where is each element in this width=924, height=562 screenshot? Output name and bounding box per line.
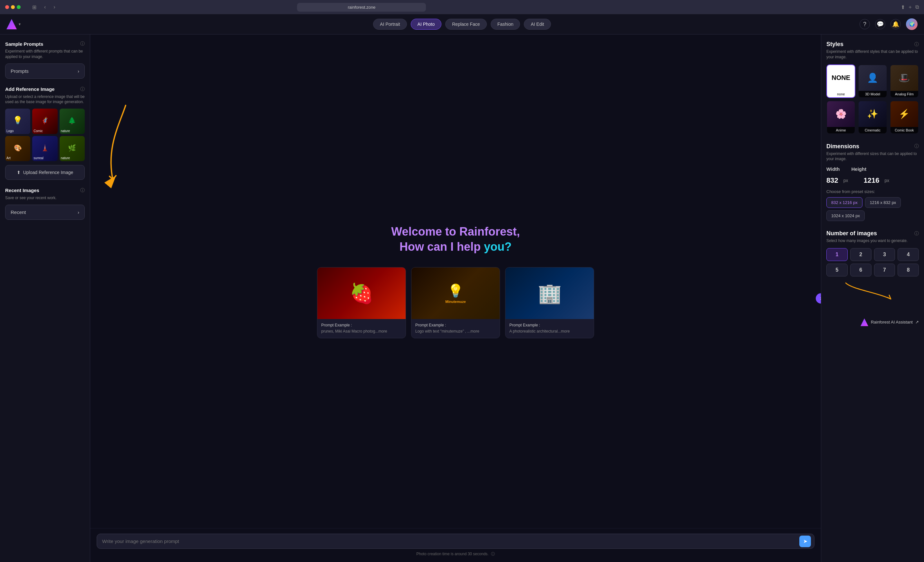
style-cinematic-image: ✨ [859,101,886,127]
preset-832x1216[interactable]: 832 x 1216 px [826,197,862,208]
num-btn-8[interactable]: 8 [898,264,919,276]
style-item-none[interactable]: NONE none [826,65,855,98]
prompt-card-berry[interactable]: 🍓 Prompt Example : prunes, Miki Asai Mac… [317,267,406,338]
sidebar-right: Styles ⓘ Experiment with different style… [821,35,924,562]
topnav: ▾ AI Portrait AI Photo Replace Face Fash… [0,14,924,35]
minimize-dot[interactable] [11,5,15,9]
welcome-area: Welcome to Rainforest, How can I help yo… [90,35,821,528]
maximize-dot[interactable] [17,5,21,9]
ref-image-art[interactable]: Art [5,136,30,161]
style-analog-label: Analog Film [891,91,918,97]
back-btn[interactable]: ‹ [42,3,48,12]
styles-title: Styles [826,41,843,48]
window-controls [5,5,21,9]
sidebar-toggle-btn[interactable]: ⊞ [30,3,39,12]
logo-chevron: ▾ [19,22,21,26]
welcome-title: Welcome to Rainforest, How can I help yo… [391,224,520,255]
prompt-card-bulb[interactable]: 💡 Minutemuze Prompt Example : Logo with … [411,267,500,338]
dimensions-desc: Experiment with different sizes that can… [826,151,919,162]
dimensions-values-row: 832 px 1216 px [826,176,919,185]
recent-button[interactable]: Recent › [5,204,85,220]
style-none-image: NONE [827,65,855,91]
dimensions-row: Width Height [826,166,919,172]
upload-icon: ⬆ [17,170,21,175]
sample-prompts-info[interactable]: ⓘ [80,41,85,47]
forward-btn[interactable]: › [51,3,58,12]
num-btn-6[interactable]: 6 [850,264,872,276]
prompt-card-house-image: 🏢 [506,267,594,319]
add-reference-header: Add Reference Image ⓘ [5,86,85,92]
tab-replace-face[interactable]: Replace Face [445,19,486,30]
num-btn-5[interactable]: 5 [826,264,848,276]
styles-info[interactable]: ⓘ [914,42,919,47]
preset-1216x832[interactable]: 1216 x 832 px [865,197,901,208]
url-bar[interactable] [297,3,426,12]
share-btn[interactable]: ⬆ [901,4,905,11]
prompt-input[interactable] [102,538,795,544]
num-images-section: Number of images ⓘ Select how many image… [826,230,919,307]
nav-buttons: ⊞ ‹ › [30,3,58,12]
num-btn-4[interactable]: 4 [898,248,919,261]
dimensions-title: Dimensions [826,143,859,150]
ref-image-nature2-label: nature [61,156,70,160]
ref-image-nature2[interactable]: nature [60,136,85,161]
welcome-purple-text: Welcome to Rainforest, [391,225,520,238]
ai-assistant[interactable]: Rainforest AI Assistant ↗ [826,316,919,326]
num-btn-3[interactable]: 3 [874,248,896,261]
recent-images-info[interactable]: ⓘ [80,188,85,193]
num-btn-2[interactable]: 2 [850,248,872,261]
chat-btn[interactable]: 💬 [875,19,885,29]
preset-1024x1024[interactable]: 1024 x 1024 px [826,210,865,221]
user-avatar[interactable]: 🌍 [906,18,918,30]
recent-button-label: Recent [10,209,26,215]
prompt-card-bulb-image: 💡 Minutemuze [411,267,500,319]
style-item-3d[interactable]: 👤 3D Model [858,65,887,98]
style-item-anime[interactable]: 🌸 Anime [826,101,855,134]
width-value: 832 [826,176,838,185]
prompts-button[interactable]: Prompts › [5,63,85,79]
style-comic-image: ⚡ [891,101,918,127]
tab-fashion[interactable]: Fashion [490,19,520,30]
logo-icon [6,19,17,29]
time-info-icon[interactable]: ⓘ [491,552,495,556]
ref-image-logo[interactable]: Logo [5,108,30,134]
prompt-submit-button[interactable]: ➤ [800,536,811,547]
welcome-cyan-text: you? [484,240,512,253]
ref-image-art-bg: Art [5,136,30,161]
add-reference-info[interactable]: ⓘ [80,86,85,92]
preset-sizes: 832 x 1216 px 1216 x 832 px 1024 x 1024 … [826,197,919,221]
upload-reference-button[interactable]: ⬆ Upload Reference Image [5,165,85,180]
num-btn-7[interactable]: 7 [874,264,896,276]
preset-label: Choose from preset sizes: [826,189,919,194]
prompt-card-house[interactable]: 🏢 Prompt Example : A photorealistic arch… [505,267,594,338]
tabs-btn[interactable]: ⧉ [915,4,919,11]
ref-image-comic-bg: Comic [32,108,57,134]
ref-image-nature1[interactable]: nature [60,108,85,134]
tab-ai-edit[interactable]: AI Edit [524,19,550,30]
style-item-comic[interactable]: ⚡ Comic Book [890,101,919,134]
tab-ai-photo[interactable]: AI Photo [411,19,442,30]
notifications-btn[interactable]: 🔔 [891,19,901,29]
arrow-decoration [100,99,138,195]
style-item-analog[interactable]: 🎩 Analog Film [890,65,919,98]
help-btn[interactable]: ? [860,19,870,29]
style-cinematic-label: Cinematic [859,127,886,134]
new-tab-btn[interactable]: ＋ [908,4,913,11]
ref-image-surreal[interactable]: surreal [32,136,57,161]
style-item-cinematic[interactable]: ✨ Cinematic [858,101,887,134]
submit-icon: ➤ [803,538,807,544]
tab-ai-portrait[interactable]: AI Portrait [373,19,406,30]
sample-prompts-section: Sample Prompts ⓘ Experiment with differe… [5,41,85,79]
photo-time-note: Photo creation time is around 30 seconds… [97,551,814,557]
recent-chevron-icon: › [78,209,79,215]
close-dot[interactable] [5,5,9,9]
style-anime-image: 🌸 [827,101,855,127]
styles-desc: Experiment with different styles that ca… [826,49,919,60]
welcome-pink-text: How can I help [399,240,484,253]
prompt-card-house-body: Prompt Example : A photorealistic archit… [506,319,594,338]
dimensions-info[interactable]: ⓘ [914,143,919,149]
logo[interactable]: ▾ [6,19,21,29]
num-btn-1[interactable]: 1 [826,248,848,261]
num-images-info[interactable]: ⓘ [914,231,919,236]
ref-image-comic[interactable]: Comic [32,108,57,134]
